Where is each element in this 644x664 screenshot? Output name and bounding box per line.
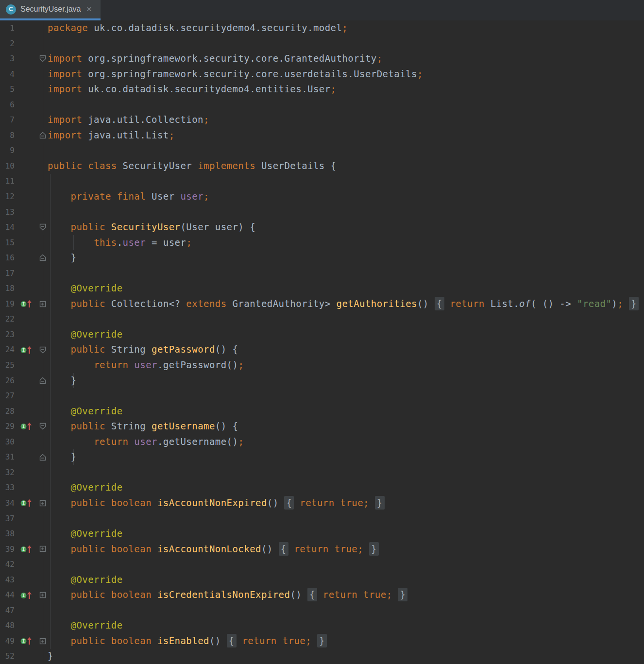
- override-gutter-icon[interactable]: I: [20, 296, 33, 312]
- line-number[interactable]: 27: [0, 388, 15, 404]
- line-number[interactable]: 14: [0, 220, 15, 235]
- line-number[interactable]: 37: [0, 511, 15, 527]
- code-line[interactable]: public class SecurityUser implements Use…: [48, 158, 336, 174]
- line-number[interactable]: 25: [0, 358, 15, 373]
- line-number[interactable]: 10: [0, 158, 15, 174]
- fold-marker-start[interactable]: [39, 51, 46, 67]
- code-line[interactable]: @Override: [48, 480, 123, 495]
- code-line[interactable]: return user.getPassword();: [48, 358, 244, 373]
- code-line[interactable]: public boolean isAccountNonExpired() { r…: [48, 495, 385, 511]
- override-gutter-icon[interactable]: I: [20, 495, 33, 511]
- line-number[interactable]: 28: [0, 404, 15, 419]
- fold-marker-start[interactable]: [39, 419, 46, 434]
- code-line[interactable]: public String getPassword() {: [48, 342, 238, 358]
- line-number[interactable]: 30: [0, 434, 15, 450]
- fold-marker-collapsed[interactable]: [39, 587, 46, 603]
- line-number[interactable]: 4: [0, 67, 15, 82]
- override-gutter-icon[interactable]: I: [20, 342, 33, 358]
- override-gutter-icon[interactable]: I: [20, 587, 33, 603]
- line-number[interactable]: 3: [0, 51, 15, 67]
- fold-marker-collapsed[interactable]: [39, 296, 46, 312]
- code-line[interactable]: public boolean isCredentialsNonExpired()…: [48, 587, 407, 603]
- code-line[interactable]: return user.getUsername();: [48, 434, 244, 450]
- line-number[interactable]: 5: [0, 82, 15, 97]
- line-number[interactable]: 38: [0, 526, 15, 542]
- code-token: private: [71, 191, 117, 202]
- line-number[interactable]: 22: [0, 311, 15, 327]
- fold-marker-end[interactable]: [39, 128, 46, 143]
- code-line[interactable]: public String getUsername() {: [48, 419, 238, 434]
- code-line[interactable]: public boolean isAccountNonLocked() { re…: [48, 542, 379, 557]
- line-number[interactable]: 52: [0, 648, 15, 664]
- line-number[interactable]: 16: [0, 250, 15, 266]
- fold-marker-start[interactable]: [39, 342, 46, 358]
- fold-marker-end[interactable]: [39, 373, 46, 389]
- code-row: 7import java.util.Collection;: [0, 112, 644, 128]
- line-number[interactable]: 42: [0, 557, 15, 572]
- code-token: (): [417, 298, 435, 309]
- line-number[interactable]: 12: [0, 189, 15, 204]
- fold-marker-start[interactable]: [39, 220, 46, 235]
- code-line[interactable]: import java.util.List;: [48, 128, 175, 143]
- line-number[interactable]: 43: [0, 572, 15, 588]
- line-number[interactable]: 11: [0, 173, 15, 189]
- line-number[interactable]: 6: [0, 97, 15, 113]
- fold-marker-collapsed[interactable]: [39, 633, 46, 649]
- line-number[interactable]: 8: [0, 128, 15, 143]
- code-line[interactable]: }: [48, 449, 76, 465]
- line-number[interactable]: 9: [0, 143, 15, 158]
- code-line[interactable]: @Override: [48, 618, 123, 633]
- line-number[interactable]: 31: [0, 449, 15, 465]
- line-number[interactable]: 47: [0, 603, 15, 618]
- code-line[interactable]: public boolean isEnabled() { return true…: [48, 633, 327, 649]
- line-number[interactable]: 48: [0, 618, 15, 633]
- code-line[interactable]: package uk.co.datadisk.securitydemo4.sec…: [48, 20, 348, 36]
- override-gutter-icon[interactable]: I: [20, 419, 33, 434]
- fold-marker-collapsed[interactable]: [39, 495, 46, 511]
- line-number[interactable]: 13: [0, 204, 15, 220]
- line-number[interactable]: 23: [0, 327, 15, 342]
- fold-marker-collapsed[interactable]: [39, 542, 46, 557]
- code-line[interactable]: @Override: [48, 327, 123, 342]
- line-number[interactable]: 1: [0, 20, 15, 36]
- fold-marker-end[interactable]: [39, 449, 46, 465]
- code-line[interactable]: import org.springframework.security.core…: [48, 67, 423, 82]
- code-line[interactable]: public SecurityUser(User user) {: [48, 220, 255, 235]
- line-number[interactable]: 15: [0, 235, 15, 251]
- editor-tab[interactable]: C SecurityUser.java ✕: [0, 0, 101, 18]
- line-number[interactable]: 49: [0, 633, 15, 649]
- fold-marker-end[interactable]: [39, 250, 46, 266]
- line-number[interactable]: 26: [0, 373, 15, 389]
- code-line[interactable]: }: [48, 250, 76, 266]
- line-number[interactable]: 39: [0, 542, 15, 557]
- code-line[interactable]: @Override: [48, 281, 123, 296]
- code-line[interactable]: private final User user;: [48, 189, 209, 204]
- code-token: boolean: [111, 497, 157, 508]
- line-number[interactable]: 7: [0, 112, 15, 128]
- line-number[interactable]: 19: [0, 296, 15, 312]
- code-editor[interactable]: 1package uk.co.datadisk.securitydemo4.se…: [0, 20, 644, 664]
- override-gutter-icon[interactable]: I: [20, 633, 33, 649]
- line-number[interactable]: 24: [0, 342, 15, 358]
- code-line[interactable]: }: [48, 373, 76, 389]
- code-line[interactable]: import org.springframework.security.core…: [48, 51, 383, 67]
- code-line[interactable]: }: [48, 648, 53, 664]
- tab-close-icon[interactable]: ✕: [86, 5, 92, 13]
- line-number[interactable]: 29: [0, 419, 15, 434]
- line-number[interactable]: 17: [0, 266, 15, 281]
- code-line[interactable]: @Override: [48, 526, 123, 542]
- override-gutter-icon[interactable]: I: [20, 542, 33, 557]
- line-number[interactable]: 34: [0, 495, 15, 511]
- code-token: .: [117, 237, 123, 248]
- code-line[interactable]: @Override: [48, 404, 123, 419]
- code-line[interactable]: import uk.co.datadisk.securitydemo4.enti…: [48, 82, 336, 97]
- line-number[interactable]: 33: [0, 480, 15, 495]
- line-number[interactable]: 18: [0, 281, 15, 296]
- code-line[interactable]: this.user = user;: [48, 235, 192, 251]
- line-number[interactable]: 32: [0, 465, 15, 480]
- line-number[interactable]: 44: [0, 587, 15, 603]
- code-line[interactable]: import java.util.Collection;: [48, 112, 209, 128]
- code-line[interactable]: @Override: [48, 572, 123, 588]
- code-line[interactable]: public Collection<? extends GrantedAutho…: [48, 296, 639, 312]
- line-number[interactable]: 2: [0, 36, 15, 51]
